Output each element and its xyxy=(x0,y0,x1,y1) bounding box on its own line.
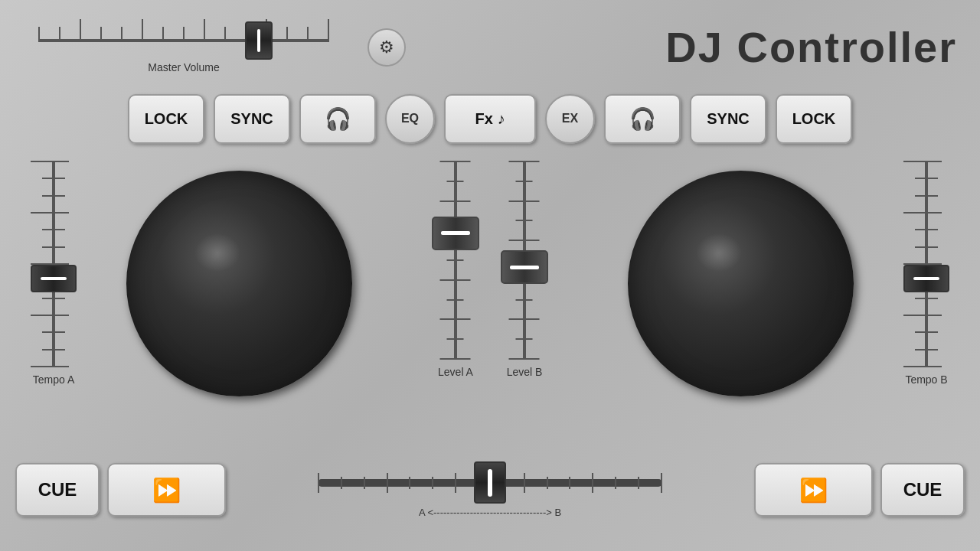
cue-b-button[interactable]: CUE xyxy=(880,463,965,517)
center-faders: Level A xyxy=(387,161,593,406)
lock-a-button[interactable]: LOCK xyxy=(128,94,204,144)
tick xyxy=(440,201,471,202)
tick xyxy=(516,299,533,301)
tick xyxy=(42,195,65,197)
level-a-ticks xyxy=(435,161,477,360)
play-b-icon: ⏩ xyxy=(799,477,828,504)
tick xyxy=(142,19,143,41)
turntable-b-highlight xyxy=(696,233,742,272)
header: Master Volume ⚙ DJ Controller xyxy=(0,0,980,84)
tempo-b-label: Tempo B xyxy=(905,373,947,386)
tempo-b-slider[interactable] xyxy=(896,161,957,367)
tick xyxy=(31,366,69,367)
tempo-a-label: Tempo A xyxy=(33,373,74,386)
lock-b-button[interactable]: LOCK xyxy=(776,94,852,144)
main-area: Tempo A xyxy=(0,153,980,452)
tick xyxy=(903,366,942,367)
master-volume-label: Master Volume xyxy=(148,61,219,73)
tempo-a-slider[interactable] xyxy=(23,161,84,367)
level-b-slider[interactable] xyxy=(498,161,551,360)
tick xyxy=(328,19,329,41)
turntable-b[interactable] xyxy=(628,171,854,396)
level-a-slider[interactable] xyxy=(429,161,482,360)
tick xyxy=(915,178,938,179)
tick xyxy=(915,298,938,299)
turntable-b-wrap xyxy=(593,161,888,406)
eq-button[interactable]: EQ xyxy=(385,94,435,144)
crossfader-section: A <----------------------------------> B xyxy=(234,461,746,518)
tick xyxy=(31,161,69,162)
headphone-a-icon: 🎧 xyxy=(325,106,351,132)
app-title: DJ Controller xyxy=(406,22,957,72)
turntable-a-wrap xyxy=(92,161,387,406)
tick xyxy=(509,358,540,360)
headphone-b-icon: 🎧 xyxy=(629,106,656,132)
tick xyxy=(447,299,464,301)
tick xyxy=(31,212,69,214)
level-a-label: Level A xyxy=(438,366,473,378)
level-a-col: Level A xyxy=(429,161,482,390)
tick xyxy=(509,240,540,241)
tick xyxy=(42,178,65,179)
level-b-label: Level B xyxy=(507,366,543,378)
tick xyxy=(915,349,938,350)
tick xyxy=(31,315,69,316)
tick xyxy=(440,161,471,162)
level-b-col: Level B xyxy=(498,161,551,390)
tick xyxy=(915,331,938,333)
play-a-button[interactable]: ⏩ xyxy=(107,463,226,517)
tick xyxy=(440,279,471,281)
cue-a-button[interactable]: CUE xyxy=(15,463,100,517)
eq-label: EQ xyxy=(401,112,419,126)
master-volume-thumb[interactable] xyxy=(245,21,273,60)
tick xyxy=(516,338,533,340)
level-b-thumb[interactable] xyxy=(501,250,548,284)
master-volume-section: Master Volume xyxy=(23,21,345,73)
headphone-a-button[interactable]: 🎧 xyxy=(299,94,376,144)
turntable-a-highlight xyxy=(194,233,240,272)
tempo-b-thumb[interactable] xyxy=(903,265,949,292)
tick xyxy=(440,358,471,360)
tick xyxy=(42,349,65,350)
slider-rail xyxy=(38,39,329,42)
master-volume-slider[interactable] xyxy=(38,21,329,60)
sync-b-button[interactable]: SYNC xyxy=(690,94,766,144)
tick xyxy=(42,246,65,248)
controls-row: LOCK SYNC 🎧 EQ Fx ♪ EX 🎧 SYNC LOCK xyxy=(0,84,980,153)
turntable-a[interactable] xyxy=(126,171,352,396)
headphone-b-button[interactable]: 🎧 xyxy=(604,94,681,144)
tick xyxy=(915,229,938,230)
tick xyxy=(80,19,81,41)
crossfader-label: A <----------------------------------> B xyxy=(419,507,561,518)
crossfader-thumb[interactable] xyxy=(474,461,506,504)
tempo-a-thumb[interactable] xyxy=(31,265,77,292)
play-b-button[interactable]: ⏩ xyxy=(754,463,873,517)
tick xyxy=(204,19,205,41)
crossfader[interactable] xyxy=(318,461,662,504)
tick xyxy=(42,331,65,333)
fx-button[interactable]: Fx ♪ xyxy=(444,94,536,144)
ex-label: EX xyxy=(562,112,578,126)
tick xyxy=(903,315,942,316)
bottom-row: CUE ⏩ xyxy=(0,452,980,528)
settings-button[interactable]: ⚙ xyxy=(368,28,406,67)
sync-a-button[interactable]: SYNC xyxy=(214,94,290,144)
ex-button[interactable]: EX xyxy=(545,94,595,144)
tempo-a-section: Tempo A xyxy=(15,161,92,406)
tick xyxy=(509,161,540,162)
tick xyxy=(915,195,938,197)
level-a-thumb[interactable] xyxy=(432,217,479,250)
tick xyxy=(42,298,65,299)
tick xyxy=(447,259,464,261)
tick xyxy=(447,338,464,340)
tempo-b-section: Tempo B xyxy=(888,161,965,406)
gear-icon: ⚙ xyxy=(379,37,394,57)
tick xyxy=(509,201,540,202)
tick xyxy=(447,181,464,182)
tick xyxy=(42,229,65,230)
play-a-icon: ⏩ xyxy=(152,477,181,504)
tick xyxy=(516,220,533,221)
tick xyxy=(516,181,533,182)
tick xyxy=(903,161,942,162)
tick xyxy=(509,318,540,320)
